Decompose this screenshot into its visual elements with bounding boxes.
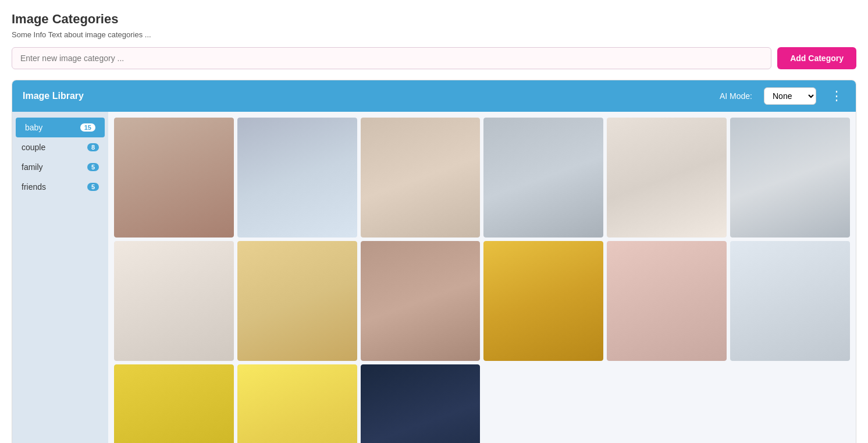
page-subtitle: Some Info Text about image categories ..… [12, 30, 856, 39]
image-cell-7[interactable] [114, 241, 234, 361]
image-cell-6[interactable] [730, 118, 850, 238]
image-cell-8[interactable] [237, 241, 357, 361]
sidebar-item-family[interactable]: family 5 [12, 157, 108, 177]
sidebar-badge-couple: 8 [87, 143, 99, 151]
ai-mode-label: AI Mode: [720, 91, 752, 101]
sidebar-item-couple[interactable]: couple 8 [12, 137, 108, 157]
kebab-menu-button[interactable]: ⋮ [828, 90, 845, 102]
image-cell-empty-1 [483, 364, 603, 443]
image-cell-5[interactable] [607, 118, 727, 238]
image-cell-15[interactable] [361, 364, 481, 443]
add-category-button[interactable]: Add Category [777, 47, 856, 69]
page-title: Image Categories [12, 12, 856, 27]
library-title: Image Library [23, 91, 708, 101]
sidebar-badge-baby: 15 [80, 123, 95, 132]
sidebar-item-friends[interactable]: friends 5 [12, 177, 108, 197]
image-cell-10[interactable] [483, 241, 603, 361]
image-cell-1[interactable] [114, 118, 234, 238]
sidebar: baby 15 couple 8 family 5 friends 5 [12, 112, 108, 443]
image-cell-13[interactable] [114, 364, 234, 443]
sidebar-label-friends: friends [22, 182, 46, 192]
image-cell-4[interactable] [483, 118, 603, 238]
sidebar-badge-family: 5 [87, 163, 99, 171]
sidebar-badge-friends: 5 [87, 183, 99, 191]
image-cell-14[interactable] [237, 364, 357, 443]
ai-mode-select[interactable]: None Auto Manual [764, 87, 816, 105]
sidebar-item-baby[interactable]: baby 15 [16, 118, 105, 137]
category-input[interactable] [12, 47, 771, 69]
sidebar-label-family: family [22, 162, 43, 172]
image-cell-3[interactable] [361, 118, 481, 238]
image-cell-2[interactable] [237, 118, 357, 238]
image-cell-empty-3 [730, 364, 850, 443]
sidebar-label-couple: couple [22, 143, 45, 152]
image-cell-9[interactable] [361, 241, 481, 361]
sidebar-label-baby: baby [25, 123, 42, 132]
image-cell-empty-2 [607, 364, 727, 443]
image-cell-11[interactable] [607, 241, 727, 361]
image-cell-12[interactable] [730, 241, 850, 361]
